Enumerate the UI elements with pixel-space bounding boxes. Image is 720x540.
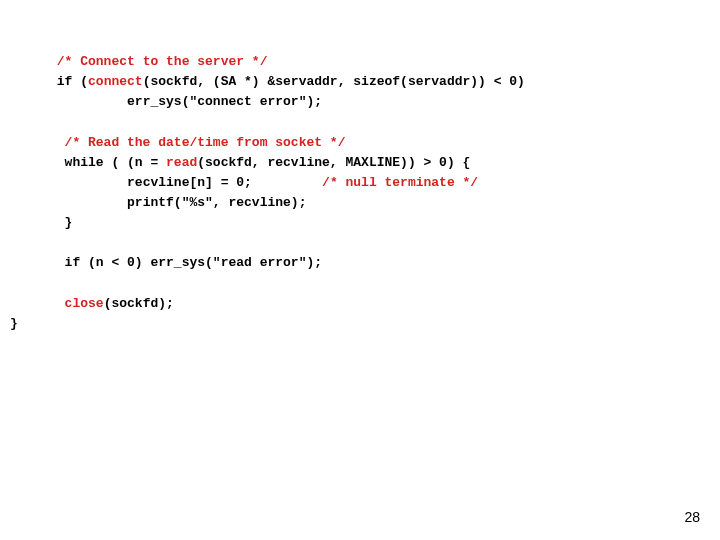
- line: printf("%s", recvline);: [10, 195, 306, 210]
- page-number: 28: [684, 509, 700, 525]
- comment: /* Read the date/time from socket */: [65, 135, 346, 150]
- line: close(sockfd);: [10, 296, 174, 311]
- line: err_sys("connect error");: [10, 94, 322, 109]
- line: /* Connect to the server */: [10, 54, 267, 69]
- line: /* Read the date/time from socket */: [10, 135, 345, 150]
- line: while ( (n = read(sockfd, recvline, MAXL…: [10, 155, 470, 170]
- comment: /* Connect to the server */: [57, 54, 268, 69]
- line: if (n < 0) err_sys("read error");: [10, 255, 322, 270]
- comment: /* null terminate */: [322, 175, 478, 190]
- line: if (connect(sockfd, (SA *) &servaddr, si…: [10, 74, 525, 89]
- line: }: [10, 316, 18, 331]
- line: recvline[n] = 0; /* null terminate */: [10, 175, 478, 190]
- line: }: [10, 215, 72, 230]
- keyword-close: close: [65, 296, 104, 311]
- keyword-read: read: [166, 155, 197, 170]
- keyword-connect: connect: [88, 74, 143, 89]
- code-block: /* Connect to the server */ if (connect(…: [10, 52, 525, 334]
